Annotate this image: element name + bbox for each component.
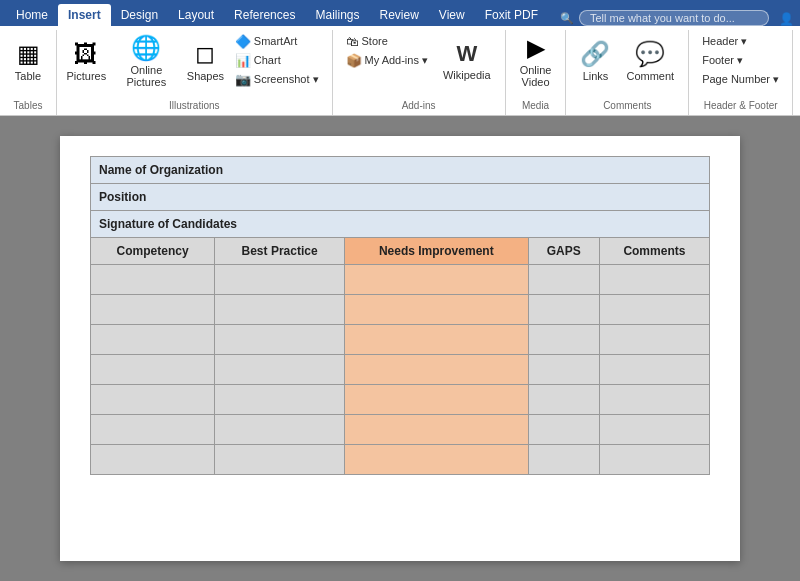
pictures-label: Pictures — [66, 70, 106, 82]
cell — [91, 355, 215, 385]
cell — [91, 415, 215, 445]
ribbon-group-header-footer: Header ▾ Footer ▾ Page Number ▾ Header &… — [689, 30, 793, 115]
online-pictures-icon: 🌐 — [131, 34, 161, 62]
tab-references[interactable]: References — [224, 4, 305, 26]
ribbon-group-tables: ▦ Table Tables — [0, 30, 57, 115]
pictures-button[interactable]: 🖼 Pictures — [65, 32, 108, 90]
footer-button[interactable]: Footer ▾ — [697, 51, 784, 69]
cell — [528, 295, 599, 325]
online-pictures-button[interactable]: 🌐 Online Pictures — [112, 32, 181, 90]
wikipedia-button[interactable]: W Wikipedia — [437, 32, 497, 90]
cell — [215, 415, 345, 445]
my-addins-label: My Add-ins ▾ — [365, 54, 428, 67]
cell — [599, 355, 709, 385]
addins-group-label: Add-ins — [341, 98, 497, 113]
table-button[interactable]: ▦ Table — [8, 32, 48, 90]
table-header-row-position: Position — [91, 184, 710, 211]
cell-highlight — [344, 355, 528, 385]
cell — [528, 265, 599, 295]
store-label: Store — [362, 35, 388, 47]
position-cell: Position — [91, 184, 710, 211]
document-area: Name of Organization Position Signature … — [0, 116, 800, 581]
table-row — [91, 415, 710, 445]
tab-insert[interactable]: Insert — [58, 4, 111, 26]
cell-highlight — [344, 385, 528, 415]
cell — [599, 325, 709, 355]
screenshot-label: Screenshot ▾ — [254, 73, 319, 86]
ribbon-group-addins: 🛍 Store 📦 My Add-ins ▾ W Wikipedia Add-i… — [333, 30, 506, 115]
page-number-label: Page Number ▾ — [702, 73, 779, 86]
cell — [91, 445, 215, 475]
col-header-comments: Comments — [599, 238, 709, 265]
table-row — [91, 445, 710, 475]
column-header-row: Competency Best Practice Needs Improveme… — [91, 238, 710, 265]
cell-highlight — [344, 325, 528, 355]
links-icon: 🔗 — [580, 40, 610, 68]
cell — [215, 355, 345, 385]
my-addins-icon: 📦 — [346, 53, 362, 68]
chart-button[interactable]: 📊 Chart — [230, 51, 324, 69]
table-header-row-signature: Signature of Candidates — [91, 211, 710, 238]
comment-icon: 💬 — [635, 40, 665, 68]
ribbon: ▦ Table Tables 🖼 Pictures 🌐 Online Pictu… — [0, 26, 800, 116]
tab-layout[interactable]: Layout — [168, 4, 224, 26]
shapes-button[interactable]: ◻ Shapes — [185, 32, 226, 90]
tab-bar: Home Insert Design Layout References Mai… — [0, 0, 800, 26]
search-icon: 🔍 — [560, 12, 574, 25]
cell — [528, 355, 599, 385]
wikipedia-label: Wikipedia — [443, 69, 491, 81]
tab-view[interactable]: View — [429, 4, 475, 26]
table-row — [91, 265, 710, 295]
online-video-button[interactable]: ▶ Online Video — [514, 32, 558, 90]
links-button[interactable]: 🔗 Links — [574, 32, 616, 90]
addins-small-col: 🛍 Store 📦 My Add-ins ▾ — [341, 32, 433, 69]
tell-me-input[interactable] — [579, 10, 769, 26]
tab-review[interactable]: Review — [369, 4, 428, 26]
illustrations-group-label: Illustrations — [65, 98, 324, 113]
links-label: Links — [583, 70, 609, 82]
cell — [215, 385, 345, 415]
user-icon[interactable]: 👤 — [779, 12, 794, 26]
cell — [599, 415, 709, 445]
tab-home[interactable]: Home — [6, 4, 58, 26]
table-row — [91, 295, 710, 325]
tab-foxit[interactable]: Foxit PDF — [475, 4, 548, 26]
chart-label: Chart — [254, 54, 281, 66]
links-group-label: Comments — [574, 98, 680, 113]
col-header-best-practice: Best Practice — [215, 238, 345, 265]
ribbon-group-links: 🔗 Links 💬 Comment Comments — [566, 30, 689, 115]
header-footer-col: Header ▾ Footer ▾ Page Number ▾ — [697, 32, 784, 88]
cell-highlight — [344, 445, 528, 475]
shapes-label: Shapes — [187, 70, 224, 82]
page-number-button[interactable]: Page Number ▾ — [697, 70, 784, 88]
comment-button[interactable]: 💬 Comment — [620, 32, 680, 90]
ribbon-group-media: ▶ Online Video Media — [506, 30, 567, 115]
screenshot-button[interactable]: 📷 Screenshot ▾ — [230, 70, 324, 88]
ribbon-group-illustrations: 🖼 Pictures 🌐 Online Pictures ◻ Shapes 🔷 … — [57, 30, 333, 115]
header-button[interactable]: Header ▾ — [697, 32, 784, 50]
tab-mailings[interactable]: Mailings — [305, 4, 369, 26]
smartart-button[interactable]: 🔷 SmartArt — [230, 32, 324, 50]
table-icon: ▦ — [17, 40, 40, 68]
my-addins-button[interactable]: 📦 My Add-ins ▾ — [341, 51, 433, 69]
table-row — [91, 325, 710, 355]
chart-icon: 📊 — [235, 53, 251, 68]
cell — [91, 385, 215, 415]
col-header-needs-improvement: Needs Improvement — [344, 238, 528, 265]
tab-design[interactable]: Design — [111, 4, 168, 26]
document-page: Name of Organization Position Signature … — [60, 136, 740, 561]
online-video-icon: ▶ — [527, 34, 545, 62]
cell — [215, 445, 345, 475]
col-header-competency: Competency — [91, 238, 215, 265]
cell — [599, 295, 709, 325]
ribbon-group-text: A Text Box Text — [793, 30, 800, 115]
header-label: Header ▾ — [702, 35, 747, 48]
store-button[interactable]: 🛍 Store — [341, 32, 433, 50]
cell — [599, 385, 709, 415]
cell-highlight — [344, 265, 528, 295]
cell — [599, 445, 709, 475]
org-name-cell: Name of Organization — [91, 157, 710, 184]
media-group-label: Media — [514, 98, 558, 113]
online-video-label: Online Video — [520, 64, 552, 88]
cell — [215, 325, 345, 355]
